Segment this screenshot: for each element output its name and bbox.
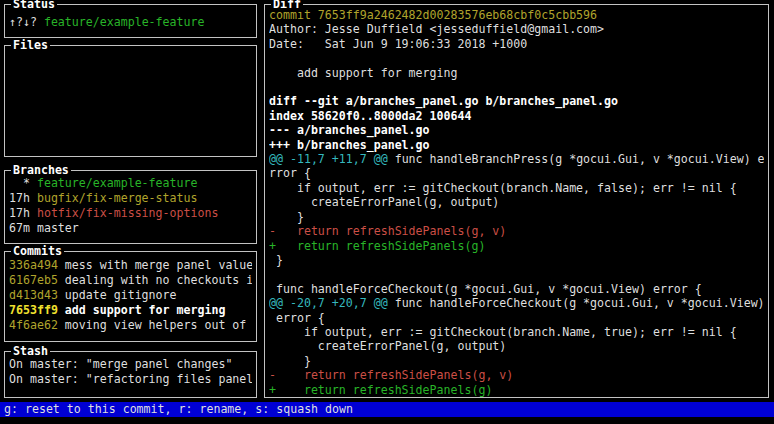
diff-segment: @@ -20,7 +20,7 @@ [269, 296, 388, 310]
commit-row[interactable]: d413d43 update gitignore [9, 288, 252, 303]
diff-line: + return refreshSidePanels(g) [269, 383, 764, 397]
stash-row[interactable]: On master: "merge panel changes" [9, 357, 252, 372]
diff-line: } [269, 354, 764, 368]
diff-line: @@ -11,7 +11,7 @@ func handleBranchPress… [269, 152, 764, 166]
diff-segment: add support for merging [269, 66, 457, 80]
commit-hash: 6167eb5 [9, 273, 65, 287]
stash-panel-title: Stash [11, 344, 50, 359]
commit-message: add support for merging [65, 303, 226, 317]
diff-panel[interactable]: Diff commit 7653ff9a2462482d00283576eb68… [264, 4, 769, 398]
diff-line: if output, err := gitCheckout(branch.Nam… [269, 181, 764, 195]
branch-recency: 17h [9, 206, 37, 220]
diff-segment: func handleForceCheckout(g *gocui.Gui, v… [269, 282, 702, 296]
branch-row[interactable]: 17h bugfix/fix-merge-status [9, 191, 252, 206]
commit-message: moving view helpers out of [65, 318, 246, 332]
diff-line: error { [269, 311, 764, 325]
files-panel-title: Files [11, 38, 50, 53]
branches-panel-title: Branches [11, 163, 71, 178]
diff-segment: if output, err := gitCheckout(branch.Nam… [269, 181, 737, 195]
status-panel-title: Status [11, 0, 57, 12]
files-list [5, 46, 256, 156]
diff-segment [269, 51, 276, 65]
branch-row[interactable]: 17h hotfix/fix-missing-options [9, 206, 252, 221]
diff-line: @@ -20,7 +20,7 @@ func handleForceChecko… [269, 296, 764, 310]
diff-line: } [269, 253, 764, 267]
diff-line: Author: Jesse Duffield <jesseduffield@gm… [269, 22, 764, 36]
commit-message: dealing with no checkouts i [65, 273, 252, 287]
diff-line: func handleForceCheckout(g *gocui.Gui, v… [269, 282, 764, 296]
diff-line: index 58620f0..8000da2 100644 [269, 109, 764, 123]
commits-list: 336a494 mess with merge panel value6167e… [5, 252, 256, 341]
branch-name: master [37, 221, 79, 235]
branches-panel[interactable]: Branches * feature/example-feature17h bu… [4, 170, 257, 244]
branch-row[interactable]: * feature/example-feature [9, 176, 252, 191]
diff-line: createErrorPanel(g, output) [269, 195, 764, 209]
tracking-indicator: ↑?↓? [9, 15, 44, 29]
commit-hash: d413d43 [9, 288, 65, 302]
current-branch-name: feature/example-feature [44, 15, 205, 29]
diff-content: commit 7653ff9a2462482d00283576eb68cbf0c… [265, 5, 768, 397]
commit-row[interactable]: 7653ff9 add support for merging [9, 303, 252, 318]
diff-segment: diff --git a/branches_panel.go b/branche… [269, 94, 618, 108]
diff-line: + return refreshSidePanels(g) [269, 239, 764, 253]
diff-line: commit 7653ff9a2462482d00283576eb68cbf0c… [269, 8, 764, 22]
diff-segment: } [269, 210, 304, 224]
diff-segment: --- a/branches_panel.go [269, 123, 430, 137]
diff-segment: - return refreshSidePanels(g, v) [269, 224, 506, 238]
diff-segment: commit 7653ff9a2462482d00283576eb68cbf0c… [269, 8, 597, 22]
diff-segment [269, 80, 276, 94]
branch-name: feature/example-feature [37, 176, 198, 190]
commit-message: mess with merge panel value [65, 258, 252, 272]
option-keybindings-bar: g: reset to this commit, r: rename, s: s… [0, 402, 774, 417]
diff-line: rror { [269, 166, 764, 180]
diff-segment: index 58620f0..8000da2 100644 [269, 109, 471, 123]
diff-line: --- a/branches_panel.go [269, 123, 764, 137]
stash-panel[interactable]: Stash On master: "merge panel changes"On… [4, 351, 257, 398]
diff-segment: Author: Jesse Duffield <jesseduffield@gm… [269, 22, 604, 36]
commit-message: update gitignore [65, 288, 177, 302]
files-panel[interactable]: Files [4, 45, 257, 157]
commit-row[interactable]: 336a494 mess with merge panel value [9, 258, 252, 273]
diff-line: +++ b/branches_panel.go [269, 138, 764, 152]
diff-segment: if output, err := gitCheckout(branch.Nam… [269, 325, 737, 339]
diff-line [269, 80, 764, 94]
commit-hash: 4f6ae62 [9, 318, 65, 332]
commits-panel[interactable]: Commits 336a494 mess with merge panel va… [4, 251, 257, 342]
diff-line: - return refreshSidePanels(g, v) [269, 368, 764, 382]
diff-line: diff --git a/branches_panel.go b/branche… [269, 94, 764, 108]
branch-recency: 17h [9, 191, 37, 205]
diff-segment: } [269, 253, 283, 267]
diff-segment: @@ -11,7 +11,7 @@ [269, 152, 388, 166]
branches-list: * feature/example-feature17h bugfix/fix-… [5, 171, 256, 243]
diff-segment: rror { [269, 166, 311, 180]
diff-panel-title: Diff [271, 0, 303, 12]
commit-row[interactable]: 6167eb5 dealing with no checkouts i [9, 273, 252, 288]
diff-segment: createErrorPanel(g, output) [269, 195, 499, 209]
diff-segment: - return refreshSidePanels(g, v) [269, 368, 513, 382]
diff-segment: +++ b/branches_panel.go [269, 138, 430, 152]
diff-line: } [269, 210, 764, 224]
diff-segment: createErrorPanel(g, output) [269, 339, 506, 353]
branch-recency: 67m [9, 221, 37, 235]
diff-line [269, 267, 764, 281]
diff-line [269, 51, 764, 65]
diff-line: if output, err := gitCheckout(branch.Nam… [269, 325, 764, 339]
diff-line: Date: Sat Jun 9 19:06:33 2018 +1000 [269, 37, 764, 51]
branch-name: hotfix/fix-missing-options [37, 206, 218, 220]
commit-hash: 7653ff9 [9, 303, 65, 317]
diff-line: createErrorPanel(g, output) [269, 339, 764, 353]
stash-row[interactable]: On master: "refactoring files panel [9, 372, 252, 387]
lazygit-terminal: Status ↑?↓? feature/example-feature File… [0, 0, 774, 424]
diff-line: - return refreshSidePanels(g, v) [269, 224, 764, 238]
status-line: ↑?↓? feature/example-feature [9, 15, 252, 30]
branch-row[interactable]: 67m master [9, 221, 252, 236]
diff-line: add support for merging [269, 66, 764, 80]
commit-row[interactable]: 4f6ae62 moving view helpers out of [9, 318, 252, 333]
status-panel[interactable]: Status ↑?↓? feature/example-feature [4, 4, 257, 38]
diff-segment: + return refreshSidePanels(g) [269, 383, 492, 397]
commits-panel-title: Commits [11, 244, 64, 259]
branch-recency: * [9, 176, 37, 190]
diff-segment: error { [269, 311, 325, 325]
diff-segment: } [269, 354, 311, 368]
commit-hash: 336a494 [9, 258, 65, 272]
